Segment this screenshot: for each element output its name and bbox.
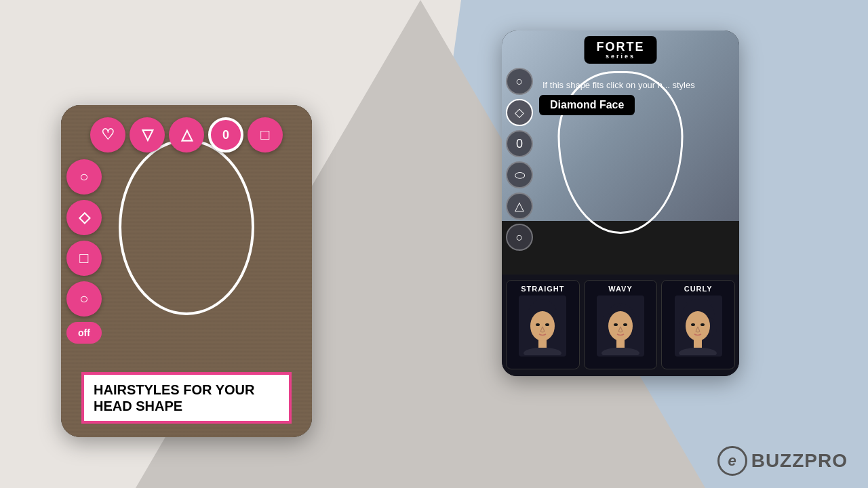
svg-point-16 bbox=[691, 323, 695, 326]
phone-left: ♡ ▽ △ 0 □ ○ ◇ □ ○ off HAIRSTYLES FOR YOU… bbox=[61, 105, 312, 437]
triangle-shape-btn[interactable]: △ bbox=[506, 192, 533, 220]
buzzpro-circle-icon: e bbox=[717, 446, 747, 476]
svg-point-5 bbox=[530, 311, 555, 341]
svg-point-11 bbox=[614, 323, 618, 326]
heart-button[interactable]: ♡ bbox=[90, 117, 125, 152]
straight-label: STRAIGHT bbox=[521, 285, 564, 293]
right-shape-buttons: ○ ◇ 0 ⬭ △ ○ bbox=[506, 68, 533, 251]
straight-hair-svg bbox=[521, 298, 565, 355]
oval-shape-btn[interactable]: 0 bbox=[506, 130, 533, 157]
left-shape-buttons: ○ ◇ □ ○ off bbox=[66, 159, 102, 344]
square-button[interactable]: □ bbox=[248, 117, 283, 152]
banner-title: HAIRSTYLES FOR YOUR HEAD SHAPE bbox=[94, 382, 279, 414]
svg-point-9 bbox=[601, 348, 639, 355]
forte-brand-text: FORTE bbox=[597, 40, 645, 54]
diamond-button[interactable]: ◇ bbox=[66, 200, 102, 235]
curly-label: CURLY bbox=[684, 285, 713, 293]
curly-hairstyle-card[interactable]: CURLY bbox=[661, 280, 735, 369]
circle-shape-btn[interactable]: ○ bbox=[506, 68, 533, 95]
diamond-face-tooltip: Diamond Face bbox=[539, 95, 635, 115]
diamond-shape-btn[interactable]: ◇ bbox=[506, 99, 533, 126]
info-text: If this shape fits click on your h... st… bbox=[542, 79, 732, 92]
straight-hairstyle-card[interactable]: STRAIGHT bbox=[506, 280, 580, 369]
oval-button-active[interactable]: 0 bbox=[208, 117, 243, 152]
curly-hair-image bbox=[675, 296, 722, 357]
wavy-hair-image bbox=[597, 296, 644, 357]
svg-point-10 bbox=[608, 311, 633, 341]
up-triangle-button[interactable]: △ bbox=[169, 117, 204, 152]
forte-logo: FORTE series bbox=[585, 36, 657, 64]
buzzpro-e-icon: e bbox=[728, 452, 736, 470]
down-triangle-button[interactable]: ▽ bbox=[130, 117, 165, 152]
square2-button[interactable]: □ bbox=[66, 241, 102, 276]
wavy-hair-svg bbox=[599, 298, 643, 355]
top-shape-buttons: ♡ ▽ △ 0 □ bbox=[66, 117, 307, 152]
phone-right: FORTE series If this shape fits click on… bbox=[502, 30, 739, 376]
hairstyle-section: STRAIGHT bbox=[502, 274, 739, 376]
face-oval-left bbox=[119, 139, 254, 315]
rounded-rect-shape-btn[interactable]: ⬭ bbox=[506, 161, 533, 188]
svg-point-12 bbox=[623, 323, 627, 326]
svg-point-7 bbox=[545, 323, 549, 326]
svg-point-4 bbox=[524, 348, 561, 355]
wavy-label: WAVY bbox=[608, 285, 633, 293]
buzzpro-brand-text: BUZZPRO bbox=[751, 450, 848, 472]
forte-series-text: series bbox=[597, 53, 645, 60]
wavy-hairstyle-card[interactable]: WAVY bbox=[584, 280, 658, 369]
curly-hair-svg bbox=[676, 298, 720, 355]
circle-button[interactable]: ○ bbox=[66, 159, 102, 195]
svg-point-6 bbox=[536, 323, 540, 326]
buzzpro-logo: e BUZZPRO bbox=[717, 446, 848, 476]
svg-point-15 bbox=[686, 311, 710, 341]
circle3-shape-btn[interactable]: ○ bbox=[506, 224, 533, 251]
bottom-banner: HAIRSTYLES FOR YOUR HEAD SHAPE bbox=[81, 372, 292, 424]
straight-hair-image bbox=[519, 296, 566, 357]
circle2-button[interactable]: ○ bbox=[66, 281, 102, 317]
svg-point-14 bbox=[679, 348, 717, 355]
off-button[interactable]: off bbox=[66, 322, 102, 344]
svg-point-17 bbox=[701, 323, 705, 326]
